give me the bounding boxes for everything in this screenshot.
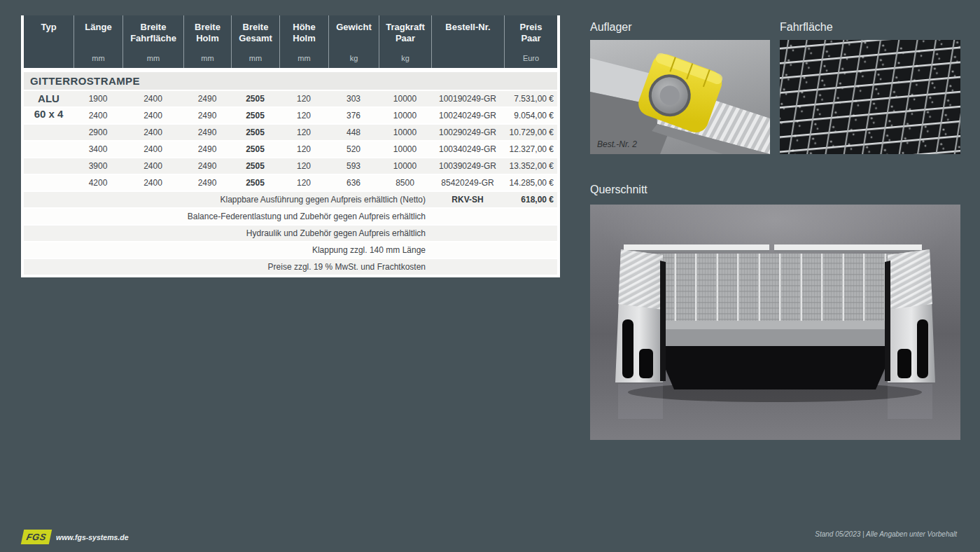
querschnitt-image [590,205,960,440]
note-row: Klappung zzgl. 140 mm Länge [24,242,557,258]
table-cell: 2400 [122,158,183,174]
table-cell: 9.054,00 € [504,108,557,123]
table-cell: 376 [328,108,379,123]
table-cell: 10000 [379,125,431,140]
ramp-support-illustration: Best.-Nr. 2 [590,40,770,154]
table-row: 240024002490250512037610000100240249-GR9… [24,108,557,123]
column-unit: mm [298,54,310,63]
note-row: Hydraulik und Zubehör gegen Aufpreis erh… [24,226,557,241]
note-price [504,259,557,275]
table-cell: 2505 [231,91,279,106]
table-row: 340024002490250512052010000100340249-GR1… [24,142,557,157]
table-cell: 636 [328,175,379,191]
table-cell: 10000 [379,142,431,157]
note-price: 618,00 € [504,192,557,207]
fahrflaeche-image [780,40,960,154]
note-row: Preise zzgl. 19 % MwSt. und Frachtkosten [24,259,557,275]
table-cell: 100340249-GR [431,142,504,157]
fgs-logo-text: FGS [25,532,47,542]
table-cell: 120 [279,91,328,106]
table-cell: 520 [328,142,379,157]
table-cell: 2400 [74,108,122,123]
table-body: 190024002490250512030310000100190249-GR7… [24,91,557,191]
column-header: Breite Holmmm [183,15,231,68]
table-cell: 120 [279,175,328,191]
table-cell: 593 [328,158,379,174]
grating-illustration [780,40,960,154]
column-unit: mm [249,54,262,63]
note-price [504,242,557,258]
table-header: TypLängemmBreite FahrflächemmBreite Holm… [24,15,557,68]
note-row: Klappbare Ausführung gegen Aufpreis erhä… [24,192,557,207]
table-cell: 7.531,00 € [504,91,557,106]
table-cell: 2490 [183,108,231,123]
note-code [431,259,504,275]
table-cell: 13.352,00 € [504,158,557,174]
table-cell: 3900 [74,158,122,174]
revision-note: Stand 05/2023 | Alle Angaben unter Vorbe… [815,530,957,538]
table-row: 4200240024902505120636850085420249-GR14.… [24,175,557,191]
table-cell: 2400 [122,108,183,123]
column-unit: kg [350,54,358,63]
table-cell: 1900 [74,91,122,106]
column-label: Breite Fahrfläche [130,22,176,45]
table-cell [24,158,74,174]
column-label: Bestell-Nr. [445,22,490,33]
table-cell: 2490 [183,158,231,174]
table-cell: 100390249-GR [431,158,504,174]
table-cell: 2505 [231,158,279,174]
table-cell [24,175,74,191]
table-cell: 10000 [379,158,431,174]
note-text: Klappbare Ausführung gegen Aufpreis erhä… [24,192,431,207]
fgs-logo: FGS [21,530,52,544]
table-cell: 3400 [74,142,122,157]
note-text: Klappung zzgl. 140 mm Länge [24,242,431,258]
table-cell: 120 [279,108,328,123]
column-header: Bestell-Nr. [431,15,504,68]
column-header: Tragkraft Paarkg [379,15,431,68]
fahrflaeche-label: Fahrfläche [780,21,833,34]
column-header: Typ [24,15,74,68]
column-label: Typ [41,22,56,33]
auflager-label: Auflager [590,21,632,34]
table-cell: 2505 [231,108,279,123]
table-cell: 2505 [231,125,279,140]
table-cell: 10000 [379,91,431,106]
table-cell: 303 [328,91,379,106]
column-header: Gewichtkg [328,15,379,68]
section-title: GITTERROSTRAMPE [24,72,557,90]
note-code: RKV-SH [431,192,504,207]
table-cell: 8500 [379,175,431,191]
note-code [431,226,504,241]
table-cell: 14.285,00 € [504,175,557,191]
note-text: Preise zzgl. 19 % MwSt. und Frachtkosten [24,259,431,275]
table-row: 190024002490250512030310000100190249-GR7… [24,91,557,106]
table-cell [24,142,74,157]
column-header: Breite Gesamtmm [231,15,279,68]
table-cell: 4200 [74,175,122,191]
column-label: Preis Paar [520,22,542,45]
note-code [431,242,504,258]
website-link[interactable]: www.fgs-systems.de [56,533,128,541]
column-header: Längemm [74,15,122,68]
table-cell: 12.327,00 € [504,142,557,157]
table-cell: 2400 [122,91,183,106]
table-cell: 120 [279,158,328,174]
datasheet-page: TypLängemmBreite FahrflächemmBreite Holm… [0,0,980,552]
column-label: Tragkraft Paar [386,22,425,45]
table-cell: 100290249-GR [431,125,504,140]
note-code [431,209,504,224]
auflager-image: Best.-Nr. 2 [590,40,770,154]
note-text: Hydraulik und Zubehör gegen Aufpreis erh… [24,226,431,241]
table-cell: 10.729,00 € [504,125,557,140]
column-unit: Euro [523,54,539,63]
note-row: Balance-Federentlastung und Zubehör gege… [24,209,557,224]
table-cell: 85420249-GR [431,175,504,191]
column-unit: mm [201,54,214,63]
table-cell: 2490 [183,142,231,157]
table-cell: 2490 [183,175,231,191]
table-cell: 2490 [183,125,231,140]
table-cell: 2505 [231,175,279,191]
table-cell: 2490 [183,91,231,106]
table-cell: 2900 [74,125,122,140]
